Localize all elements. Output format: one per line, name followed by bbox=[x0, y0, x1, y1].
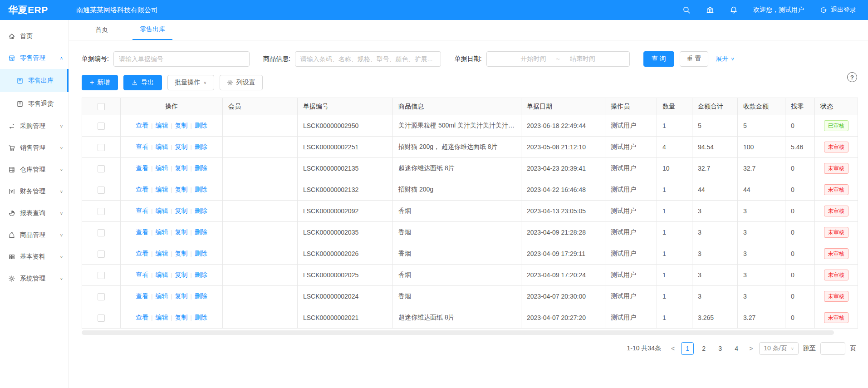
change-cell: 0 bbox=[785, 222, 815, 243]
page-button-2[interactable]: 2 bbox=[697, 342, 710, 355]
view-link[interactable]: 查看 bbox=[136, 314, 148, 321]
copy-link[interactable]: 复制 bbox=[175, 314, 188, 321]
sidebar-item-system-management[interactable]: 系统管理 ∨ bbox=[0, 268, 69, 290]
delete-link[interactable]: 删除 bbox=[195, 207, 207, 214]
view-link[interactable]: 查看 bbox=[136, 228, 148, 236]
delete-link[interactable]: 删除 bbox=[195, 271, 207, 278]
copy-link[interactable]: 复制 bbox=[175, 292, 188, 300]
edit-link[interactable]: 编辑 bbox=[155, 207, 168, 214]
delete-link[interactable]: 删除 bbox=[195, 292, 207, 300]
prev-page-button[interactable]: < bbox=[669, 345, 677, 352]
date-range-picker[interactable]: 开始时间 ~ 结束时间 bbox=[486, 51, 630, 67]
edit-link[interactable]: 编辑 bbox=[155, 314, 168, 321]
export-button[interactable]: 导出 bbox=[123, 75, 162, 90]
sidebar-item-retail-management[interactable]: 零售管理 ∧ bbox=[0, 47, 69, 69]
row-checkbox[interactable] bbox=[98, 272, 105, 279]
view-link[interactable]: 查看 bbox=[136, 122, 148, 129]
logout-button[interactable]: 退出登录 bbox=[819, 6, 856, 14]
view-link[interactable]: 查看 bbox=[136, 186, 148, 193]
edit-link[interactable]: 编辑 bbox=[155, 122, 168, 129]
sidebar-item-sales-management[interactable]: 销售管理 ∨ bbox=[0, 137, 69, 159]
row-checkbox[interactable] bbox=[98, 165, 105, 172]
sidebar-item-finance-management[interactable]: 财务管理 ∨ bbox=[0, 181, 69, 202]
add-button[interactable]: + 新增 bbox=[82, 75, 118, 90]
next-page-button[interactable]: > bbox=[747, 345, 755, 352]
edit-link[interactable]: 编辑 bbox=[155, 228, 168, 236]
batch-actions-button[interactable]: 批量操作 ∨ bbox=[167, 75, 214, 90]
sidebar-item-warehouse-management[interactable]: 仓库管理 ∨ bbox=[0, 159, 69, 181]
sidebar-item-base-data[interactable]: 基本资料 ∨ bbox=[0, 246, 69, 268]
received-cell: 100 bbox=[738, 137, 785, 158]
sidebar-item-label: 商品管理 bbox=[20, 231, 45, 239]
delete-link[interactable]: 删除 bbox=[195, 143, 207, 150]
row-checkbox[interactable] bbox=[98, 123, 105, 130]
help-icon[interactable]: ? bbox=[847, 72, 857, 82]
edit-link[interactable]: 编辑 bbox=[155, 143, 168, 150]
operator-cell: 测试用户 bbox=[605, 137, 657, 158]
search-icon[interactable] bbox=[682, 6, 691, 14]
edit-link[interactable]: 编辑 bbox=[155, 186, 168, 193]
edit-link[interactable]: 编辑 bbox=[155, 164, 168, 172]
row-checkbox[interactable] bbox=[98, 187, 105, 194]
row-checkbox[interactable] bbox=[98, 314, 105, 322]
copy-link[interactable]: 复制 bbox=[175, 186, 188, 193]
product-info-input[interactable] bbox=[295, 51, 441, 67]
select-all-checkbox[interactable] bbox=[98, 103, 105, 110]
view-link[interactable]: 查看 bbox=[136, 271, 148, 278]
tab-home[interactable]: 首页 bbox=[88, 20, 115, 40]
copy-link[interactable]: 复制 bbox=[175, 207, 188, 214]
reset-button[interactable]: 重 置 bbox=[680, 51, 709, 67]
search-button[interactable]: 查 询 bbox=[643, 51, 674, 67]
action-separator: | bbox=[171, 165, 172, 172]
delete-link[interactable]: 删除 bbox=[195, 250, 207, 257]
bill-no-input[interactable] bbox=[113, 51, 250, 67]
sidebar-item-product-management[interactable]: 商品管理 ∨ bbox=[0, 224, 69, 246]
sidebar-item-label: 基本资料 bbox=[20, 253, 45, 261]
page-button-1[interactable]: 1 bbox=[681, 342, 694, 355]
copy-link[interactable]: 复制 bbox=[175, 143, 188, 150]
page-button-3[interactable]: 3 bbox=[714, 342, 726, 355]
delete-link[interactable]: 删除 bbox=[195, 314, 207, 321]
view-link[interactable]: 查看 bbox=[136, 250, 148, 257]
row-checkbox[interactable] bbox=[98, 208, 105, 215]
sidebar-item-retail-return[interactable]: 零售退货 bbox=[0, 92, 69, 115]
sidebar-item-home[interactable]: 首页 bbox=[0, 25, 69, 47]
delete-link[interactable]: 删除 bbox=[195, 186, 207, 193]
edit-link[interactable]: 编辑 bbox=[155, 250, 168, 257]
expand-link[interactable]: 展开 ∨ bbox=[716, 55, 734, 63]
column-settings-button[interactable]: 列设置 bbox=[220, 75, 263, 90]
sidebar-item-report-query[interactable]: 报表查询 ∨ bbox=[0, 202, 69, 224]
horizontal-scrollbar[interactable] bbox=[82, 330, 857, 335]
delete-link[interactable]: 删除 bbox=[195, 164, 207, 172]
copy-link[interactable]: 复制 bbox=[175, 271, 188, 278]
copy-link[interactable]: 复制 bbox=[175, 228, 188, 236]
view-link[interactable]: 查看 bbox=[136, 143, 148, 150]
copy-link[interactable]: 复制 bbox=[175, 250, 188, 257]
edit-link[interactable]: 编辑 bbox=[155, 271, 168, 278]
sidebar-item-retail-outbound[interactable]: 零售出库 bbox=[0, 69, 69, 92]
view-link[interactable]: 查看 bbox=[136, 292, 148, 300]
view-link[interactable]: 查看 bbox=[136, 164, 148, 172]
edit-link[interactable]: 编辑 bbox=[155, 292, 168, 300]
row-checkbox[interactable] bbox=[98, 250, 105, 258]
delete-link[interactable]: 删除 bbox=[195, 228, 207, 236]
view-link[interactable]: 查看 bbox=[136, 207, 148, 214]
bell-icon[interactable] bbox=[730, 6, 738, 14]
row-checkbox[interactable] bbox=[98, 293, 105, 300]
action-separator: | bbox=[151, 272, 152, 278]
copy-link[interactable]: 复制 bbox=[175, 164, 188, 172]
row-checkbox[interactable] bbox=[98, 229, 105, 236]
sidebar-item-purchase-management[interactable]: 采购管理 ∨ bbox=[0, 115, 69, 137]
bank-icon[interactable] bbox=[706, 6, 714, 14]
action-separator: | bbox=[151, 229, 152, 236]
delete-link[interactable]: 删除 bbox=[195, 122, 207, 129]
tab-retail-outbound[interactable]: 零售出库 bbox=[132, 20, 172, 40]
total-cell: 32.7 bbox=[692, 158, 738, 179]
page-button-4[interactable]: 4 bbox=[730, 342, 743, 355]
scrollbar-thumb[interactable] bbox=[82, 330, 834, 335]
jump-page-input[interactable] bbox=[820, 342, 845, 355]
copy-link[interactable]: 复制 bbox=[175, 122, 188, 129]
row-checkbox[interactable] bbox=[98, 144, 105, 151]
page-size-select[interactable]: 10 条/页 ∨ bbox=[759, 342, 799, 355]
product-cell: 超迷你维达面纸 8片 bbox=[393, 307, 521, 329]
